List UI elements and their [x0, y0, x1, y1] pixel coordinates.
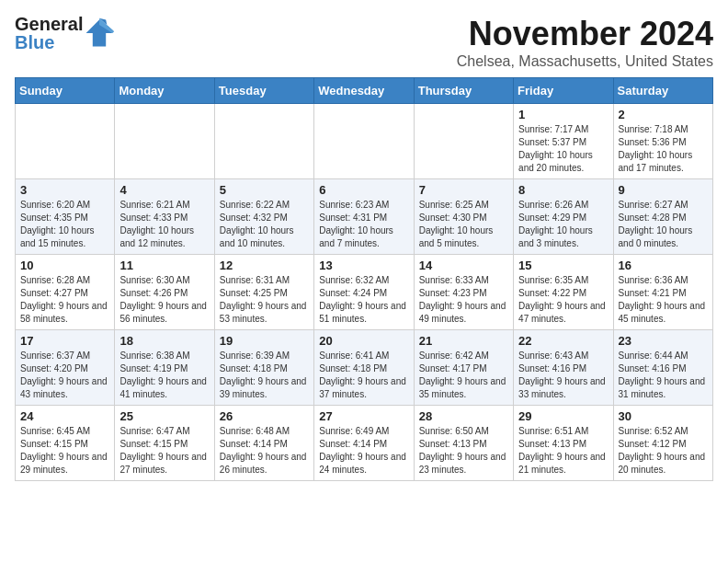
day-info: Sunrise: 6:48 AMSunset: 4:14 PMDaylight:… [220, 425, 309, 477]
day-info: Sunrise: 6:38 AMSunset: 4:19 PMDaylight:… [119, 350, 209, 401]
day-number: 21 [419, 334, 508, 348]
calendar-cell: 30Sunrise: 6:52 AMSunset: 4:12 PMDayligh… [613, 406, 712, 481]
day-info: Sunrise: 7:17 AMSunset: 5:37 PMDaylight:… [518, 123, 608, 175]
day-info: Sunrise: 6:36 AMSunset: 4:21 PMDaylight:… [619, 274, 708, 326]
calendar-cell [115, 104, 214, 179]
day-number: 14 [419, 259, 508, 272]
day-number: 30 [619, 409, 708, 423]
day-number: 6 [319, 183, 408, 197]
day-number: 5 [220, 183, 309, 197]
logo-general-text: General [15, 15, 83, 33]
day-info: Sunrise: 6:21 AMSunset: 4:33 PMDaylight:… [119, 199, 209, 250]
day-number: 26 [220, 409, 309, 423]
day-number: 13 [319, 259, 408, 272]
day-number: 3 [20, 183, 109, 197]
day-number: 25 [119, 409, 209, 423]
day-number: 27 [319, 409, 408, 423]
calendar-cell: 17Sunrise: 6:37 AMSunset: 4:20 PMDayligh… [16, 330, 115, 406]
calendar-cell: 9Sunrise: 6:27 AMSunset: 4:28 PMDaylight… [613, 179, 712, 255]
calendar-cell: 28Sunrise: 6:50 AMSunset: 4:13 PMDayligh… [414, 406, 513, 481]
header-cell-tuesday: Tuesday [214, 78, 313, 104]
day-info: Sunrise: 6:32 AMSunset: 4:24 PMDaylight:… [319, 274, 408, 326]
header-cell-friday: Friday [514, 78, 613, 104]
logo-blue-text: Blue [15, 33, 83, 52]
calendar-cell: 13Sunrise: 6:32 AMSunset: 4:24 PMDayligh… [314, 255, 414, 330]
calendar-cell: 22Sunrise: 6:43 AMSunset: 4:16 PMDayligh… [514, 330, 613, 406]
day-info: Sunrise: 6:42 AMSunset: 4:17 PMDaylight:… [419, 350, 508, 401]
calendar-cell: 2Sunrise: 7:18 AMSunset: 5:36 PMDaylight… [613, 104, 712, 179]
day-number: 8 [518, 183, 608, 197]
day-info: Sunrise: 6:39 AMSunset: 4:18 PMDaylight:… [220, 350, 309, 401]
header-cell-saturday: Saturday [613, 78, 712, 104]
calendar-cell [214, 104, 313, 179]
day-info: Sunrise: 7:18 AMSunset: 5:36 PMDaylight:… [619, 123, 708, 175]
day-info: Sunrise: 6:45 AMSunset: 4:15 PMDaylight:… [20, 425, 109, 477]
calendar-cell [16, 104, 115, 179]
location-title: Chelsea, Massachusetts, United States [457, 53, 713, 70]
day-number: 20 [319, 334, 408, 348]
calendar-cell: 27Sunrise: 6:49 AMSunset: 4:14 PMDayligh… [314, 406, 414, 481]
calendar-cell: 24Sunrise: 6:45 AMSunset: 4:15 PMDayligh… [16, 406, 115, 481]
logo: General Blue [15, 15, 116, 52]
day-info: Sunrise: 6:22 AMSunset: 4:32 PMDaylight:… [220, 199, 309, 250]
header-cell-thursday: Thursday [414, 78, 513, 104]
day-info: Sunrise: 6:25 AMSunset: 4:30 PMDaylight:… [419, 199, 508, 250]
calendar-cell: 12Sunrise: 6:31 AMSunset: 4:25 PMDayligh… [214, 255, 313, 330]
day-number: 4 [119, 183, 209, 197]
calendar-row-3: 10Sunrise: 6:28 AMSunset: 4:27 PMDayligh… [16, 255, 713, 330]
calendar-cell: 6Sunrise: 6:23 AMSunset: 4:31 PMDaylight… [314, 179, 414, 255]
day-number: 12 [220, 259, 309, 272]
calendar-cell: 16Sunrise: 6:36 AMSunset: 4:21 PMDayligh… [613, 255, 712, 330]
header-cell-monday: Monday [115, 78, 214, 104]
day-info: Sunrise: 6:33 AMSunset: 4:23 PMDaylight:… [419, 274, 508, 326]
calendar-cell: 18Sunrise: 6:38 AMSunset: 4:19 PMDayligh… [115, 330, 214, 406]
calendar-cell: 26Sunrise: 6:48 AMSunset: 4:14 PMDayligh… [214, 406, 313, 481]
header-cell-sunday: Sunday [16, 78, 115, 104]
calendar-cell: 1Sunrise: 7:17 AMSunset: 5:37 PMDaylight… [514, 104, 613, 179]
calendar-row-5: 24Sunrise: 6:45 AMSunset: 4:15 PMDayligh… [16, 406, 713, 481]
day-info: Sunrise: 6:47 AMSunset: 4:15 PMDaylight:… [119, 425, 209, 477]
day-info: Sunrise: 6:44 AMSunset: 4:16 PMDaylight:… [619, 350, 708, 401]
day-info: Sunrise: 6:51 AMSunset: 4:13 PMDaylight:… [518, 425, 608, 477]
day-info: Sunrise: 6:20 AMSunset: 4:35 PMDaylight:… [20, 199, 109, 250]
calendar-cell: 15Sunrise: 6:35 AMSunset: 4:22 PMDayligh… [514, 255, 613, 330]
day-info: Sunrise: 6:50 AMSunset: 4:13 PMDaylight:… [419, 425, 508, 477]
calendar-cell: 23Sunrise: 6:44 AMSunset: 4:16 PMDayligh… [613, 330, 712, 406]
calendar-body: 1Sunrise: 7:17 AMSunset: 5:37 PMDaylight… [16, 104, 713, 481]
calendar-row-2: 3Sunrise: 6:20 AMSunset: 4:35 PMDaylight… [16, 179, 713, 255]
calendar-cell: 19Sunrise: 6:39 AMSunset: 4:18 PMDayligh… [214, 330, 313, 406]
day-number: 19 [220, 334, 309, 348]
month-title: November 2024 [457, 15, 713, 53]
calendar-cell: 8Sunrise: 6:26 AMSunset: 4:29 PMDaylight… [514, 179, 613, 255]
calendar-cell: 5Sunrise: 6:22 AMSunset: 4:32 PMDaylight… [214, 179, 313, 255]
calendar-cell: 21Sunrise: 6:42 AMSunset: 4:17 PMDayligh… [414, 330, 513, 406]
day-number: 22 [518, 334, 608, 348]
calendar-row-4: 17Sunrise: 6:37 AMSunset: 4:20 PMDayligh… [16, 330, 713, 406]
day-number: 24 [20, 409, 109, 423]
day-info: Sunrise: 6:52 AMSunset: 4:12 PMDaylight:… [619, 425, 708, 477]
calendar-cell: 11Sunrise: 6:30 AMSunset: 4:26 PMDayligh… [115, 255, 214, 330]
calendar-cell: 20Sunrise: 6:41 AMSunset: 4:18 PMDayligh… [314, 330, 414, 406]
calendar-cell: 7Sunrise: 6:25 AMSunset: 4:30 PMDaylight… [414, 179, 513, 255]
day-number: 17 [20, 334, 109, 348]
day-number: 2 [619, 108, 708, 121]
header-row: SundayMondayTuesdayWednesdayThursdayFrid… [16, 78, 713, 104]
calendar-header: SundayMondayTuesdayWednesdayThursdayFrid… [16, 78, 713, 104]
calendar-cell: 14Sunrise: 6:33 AMSunset: 4:23 PMDayligh… [414, 255, 513, 330]
header-cell-wednesday: Wednesday [314, 78, 414, 104]
day-info: Sunrise: 6:28 AMSunset: 4:27 PMDaylight:… [20, 274, 109, 326]
day-number: 29 [518, 409, 608, 423]
title-area: November 2024 Chelsea, Massachusetts, Un… [457, 15, 713, 70]
day-info: Sunrise: 6:35 AMSunset: 4:22 PMDaylight:… [518, 274, 608, 326]
calendar-cell [314, 104, 414, 179]
calendar-cell [414, 104, 513, 179]
day-number: 7 [419, 183, 508, 197]
calendar-row-1: 1Sunrise: 7:17 AMSunset: 5:37 PMDaylight… [16, 104, 713, 179]
day-number: 15 [518, 259, 608, 272]
day-info: Sunrise: 6:30 AMSunset: 4:26 PMDaylight:… [119, 274, 209, 326]
day-number: 10 [20, 259, 109, 272]
day-number: 16 [619, 259, 708, 272]
day-number: 18 [119, 334, 209, 348]
calendar-cell: 4Sunrise: 6:21 AMSunset: 4:33 PMDaylight… [115, 179, 214, 255]
day-info: Sunrise: 6:27 AMSunset: 4:28 PMDaylight:… [619, 199, 708, 250]
